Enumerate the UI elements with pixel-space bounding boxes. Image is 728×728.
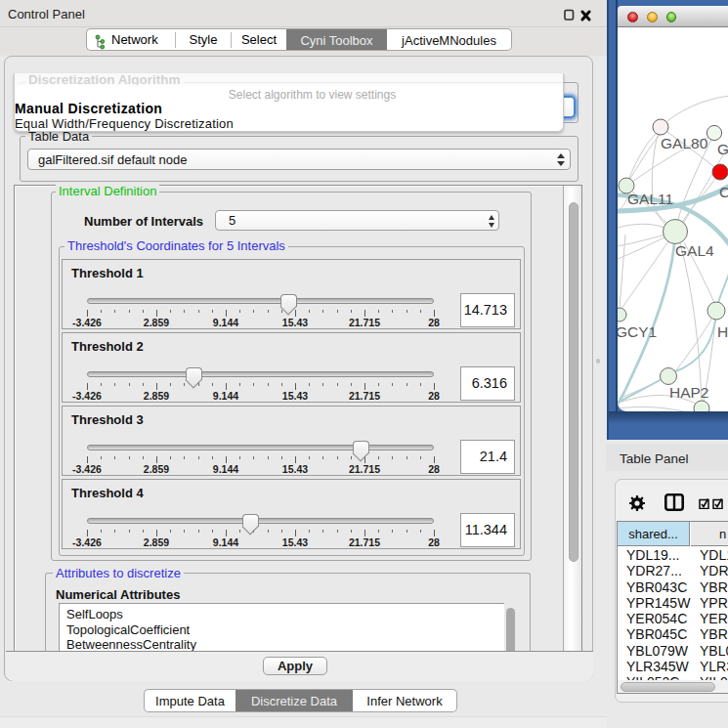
svg-text:C: C xyxy=(719,184,728,200)
svg-text:GAL11: GAL11 xyxy=(627,191,673,207)
svg-text:G.: G. xyxy=(717,141,728,157)
svg-text:GAL80: GAL80 xyxy=(661,135,708,151)
svg-text:GCY1: GCY1 xyxy=(618,323,657,340)
svg-text:H: H xyxy=(717,323,728,340)
svg-text:HAP2: HAP2 xyxy=(669,384,709,401)
svg-text:GAL4: GAL4 xyxy=(675,242,714,259)
